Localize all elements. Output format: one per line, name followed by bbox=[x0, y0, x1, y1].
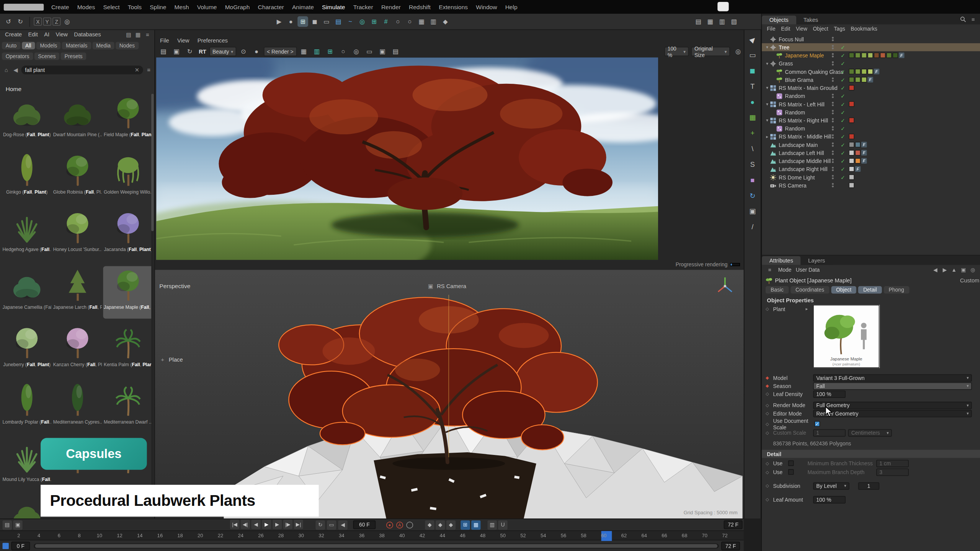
mode-dropdown[interactable]: Mode bbox=[778, 267, 792, 273]
enabled-check-icon[interactable]: ✓ bbox=[841, 117, 845, 123]
expander-arrow-icon[interactable]: ▾ bbox=[764, 101, 770, 106]
history-forward-icon[interactable]: ▶ bbox=[941, 266, 949, 274]
simulation-scene-icon[interactable]: ⊞ bbox=[297, 16, 308, 27]
disabled-b-icon[interactable]: ○ bbox=[404, 16, 415, 27]
rotation-key-icon[interactable]: ◆ bbox=[446, 520, 456, 529]
cloner-icon[interactable]: ▦ bbox=[747, 112, 758, 123]
object-menu-bookmarks[interactable]: Bookmarks bbox=[851, 26, 877, 32]
measure-icon[interactable]: ◆ bbox=[440, 16, 451, 27]
material-tag-chip[interactable] bbox=[855, 158, 861, 164]
material-tag-chip[interactable] bbox=[874, 52, 879, 58]
quantize-icon[interactable]: # bbox=[381, 16, 391, 27]
expander-arrow-icon[interactable]: ▾ bbox=[764, 45, 770, 50]
object-menu-file[interactable]: File bbox=[767, 26, 775, 32]
panel-menu-icon[interactable]: ≡ bbox=[969, 16, 977, 23]
category-tab-presets[interactable]: Presets bbox=[61, 52, 87, 60]
anim-dot-icon[interactable]: ◆ bbox=[766, 375, 773, 380]
min-branch-field[interactable]: 1 cm bbox=[876, 460, 909, 467]
locked-workplane-icon[interactable]: ▥ bbox=[428, 16, 439, 27]
object-menu-view[interactable]: View bbox=[796, 26, 807, 32]
enabled-check-icon[interactable]: ✓ bbox=[841, 150, 845, 156]
object-row-landscape-middle-hill[interactable]: Landscape Middle Hill✓F bbox=[762, 157, 980, 165]
scale-key-icon[interactable]: ◆ bbox=[436, 520, 445, 529]
menu-mograph[interactable]: MoGraph bbox=[225, 3, 250, 10]
asset-item[interactable]: Golden Weeping Willo... bbox=[103, 151, 153, 204]
asset-menu-create[interactable]: Create bbox=[5, 31, 22, 37]
menu-tools[interactable]: Tools bbox=[128, 3, 142, 10]
grid-snap-icon[interactable]: ⊞ bbox=[369, 16, 379, 27]
compare-mode-icon[interactable]: ● bbox=[251, 46, 262, 57]
material-tag-chip[interactable] bbox=[849, 174, 854, 180]
restart-render-icon[interactable]: ↻ bbox=[185, 46, 195, 57]
asset-item[interactable]: Ginkgo (Fall, Plant) bbox=[2, 151, 52, 204]
history-back-icon[interactable]: ◀ bbox=[931, 266, 939, 274]
user-data-menu[interactable]: User Data bbox=[796, 267, 820, 273]
use-document-scale-checkbox[interactable]: ✓ bbox=[814, 421, 820, 427]
filter-tab-models[interactable]: Models bbox=[36, 42, 61, 49]
visibility-dots[interactable] bbox=[832, 175, 834, 179]
previous-key-button[interactable]: ◀| bbox=[241, 520, 250, 529]
object-row-tree[interactable]: ▾Tree✓ bbox=[762, 43, 980, 51]
visibility-dots[interactable] bbox=[832, 77, 834, 82]
field-tag[interactable]: F bbox=[861, 142, 867, 148]
visibility-dots[interactable] bbox=[832, 94, 834, 98]
back-icon[interactable]: ◀ bbox=[12, 66, 20, 74]
menu-redshift[interactable]: Redshift bbox=[409, 3, 431, 10]
asset-scrollbar[interactable] bbox=[151, 94, 154, 516]
menu-render[interactable]: Render bbox=[381, 3, 401, 10]
visibility-dots[interactable] bbox=[832, 61, 834, 65]
asset-item[interactable]: Japanese Larch (Fall, Pl... bbox=[52, 266, 103, 319]
filter-tab-nodes[interactable]: Nodes bbox=[116, 42, 139, 49]
visibility-dots[interactable] bbox=[832, 118, 834, 122]
field-tag[interactable]: F bbox=[855, 166, 861, 172]
autokey-icon[interactable]: A bbox=[396, 521, 403, 528]
tab-attributes[interactable]: Attributes bbox=[762, 256, 800, 265]
select-tool-icon[interactable]: ▶ bbox=[745, 31, 761, 47]
material-tag-chip[interactable] bbox=[849, 158, 854, 164]
anim-dot-icon[interactable]: ◇ bbox=[766, 403, 773, 408]
snap-icon[interactable]: ◎ bbox=[357, 16, 368, 27]
anim-dot-icon[interactable]: ◇ bbox=[766, 421, 773, 426]
visibility-dots[interactable] bbox=[832, 102, 834, 106]
parent-up-icon[interactable]: ▲ bbox=[950, 266, 958, 274]
timeline-scrollbar[interactable] bbox=[34, 543, 719, 548]
asset-item[interactable]: Honey Locust 'Sunbur... bbox=[52, 209, 103, 261]
object-row-landscape-main[interactable]: Landscape Main✓F bbox=[762, 140, 980, 148]
object-row-focus-null[interactable]: Focus Null bbox=[762, 35, 980, 43]
viewport-view-label[interactable]: Perspective bbox=[159, 282, 190, 289]
timeline-filter-icon[interactable]: ▣ bbox=[13, 520, 22, 529]
layout-animate-icon[interactable]: ▥ bbox=[717, 16, 728, 27]
field-tag[interactable]: F bbox=[867, 77, 873, 83]
plant-preview-thumbnail[interactable]: Japanese Maple (Acer palmatum) bbox=[813, 305, 879, 368]
panel-menu-icon[interactable]: ≡ bbox=[144, 31, 152, 39]
asset-item[interactable]: Hedgehog Agave (Fall... bbox=[2, 209, 52, 261]
menu-spline[interactable]: Spline bbox=[150, 3, 166, 10]
field-tag[interactable]: F bbox=[899, 52, 905, 58]
material-tag-chip[interactable] bbox=[849, 52, 854, 58]
enabled-check-icon[interactable]: ✓ bbox=[841, 125, 845, 131]
asset-item[interactable]: Field Maple (Fall, Plant) bbox=[103, 94, 153, 146]
asset-menu-edit[interactable]: Edit bbox=[28, 31, 38, 37]
render-mode-dropdown[interactable]: Full Geometry▾ bbox=[813, 401, 972, 409]
record-keyframe-icon[interactable]: ● bbox=[386, 521, 393, 528]
anim-dot-icon[interactable]: ◇ bbox=[766, 391, 773, 396]
asset-item[interactable]: Globe Robinia (Fall, Pl... bbox=[52, 151, 103, 204]
expander-arrow-icon[interactable]: ▾ bbox=[764, 118, 770, 123]
tab-layers[interactable]: Layers bbox=[800, 256, 832, 265]
asset-item[interactable]: Japanese Maple (Fall, ... bbox=[103, 266, 153, 319]
object-row-random[interactable]: Random✓ bbox=[762, 124, 980, 132]
menu-animate[interactable]: Animate bbox=[292, 3, 314, 10]
menu-tracker[interactable]: Tracker bbox=[353, 3, 373, 10]
tangent-tool-icon[interactable]: \ bbox=[747, 143, 758, 154]
object-row-blue-grama[interactable]: Blue Grama✓F bbox=[762, 76, 980, 84]
lock-icon[interactable]: ▣ bbox=[959, 266, 967, 274]
material-tag-chip[interactable] bbox=[849, 150, 854, 156]
tab-takes[interactable]: Takes bbox=[796, 16, 826, 24]
material-tag-chip[interactable] bbox=[861, 77, 867, 83]
pla-icon[interactable]: ▥ bbox=[487, 520, 497, 529]
crop-icon[interactable]: ▭ bbox=[364, 46, 375, 57]
axis-x-button[interactable]: X bbox=[34, 18, 42, 26]
lock-view-icon[interactable]: ⊙ bbox=[238, 46, 249, 57]
object-menu-tags[interactable]: Tags bbox=[834, 26, 845, 32]
anim-dot-icon[interactable]: ◇ bbox=[766, 306, 773, 311]
